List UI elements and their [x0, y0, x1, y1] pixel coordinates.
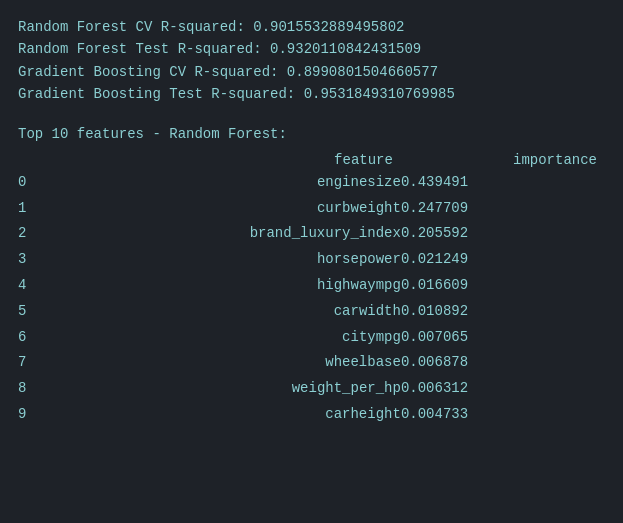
table-row: 7wheelbase0.006878 [18, 350, 605, 376]
row-feature: brand_luxury_index [46, 221, 401, 247]
index-header [18, 151, 46, 170]
row-importance: 0.006312 [401, 376, 605, 402]
section-title: Top 10 features - Random Forest: [18, 122, 605, 147]
row-index: 9 [18, 402, 46, 428]
row-importance: 0.439491 [401, 170, 605, 196]
table-row: 9carheight0.004733 [18, 402, 605, 428]
row-feature: carwidth [46, 299, 401, 325]
metric-line: Random Forest Test R-squared: 0.93201108… [18, 38, 605, 60]
features-section: Top 10 features - Random Forest: feature… [18, 122, 605, 428]
row-importance: 0.247709 [401, 196, 605, 222]
row-importance: 0.021249 [401, 247, 605, 273]
row-feature: citympg [46, 325, 401, 351]
table-row: 0enginesize0.439491 [18, 170, 605, 196]
row-importance: 0.004733 [401, 402, 605, 428]
row-index: 1 [18, 196, 46, 222]
features-table: feature importance 0enginesize0.4394911c… [18, 151, 605, 428]
row-index: 2 [18, 221, 46, 247]
row-feature: horsepower [46, 247, 401, 273]
row-importance: 0.205592 [401, 221, 605, 247]
row-feature: enginesize [46, 170, 401, 196]
row-feature: highwaympg [46, 273, 401, 299]
row-index: 7 [18, 350, 46, 376]
row-index: 4 [18, 273, 46, 299]
row-importance: 0.007065 [401, 325, 605, 351]
row-importance: 0.010892 [401, 299, 605, 325]
row-importance: 0.016609 [401, 273, 605, 299]
row-index: 3 [18, 247, 46, 273]
table-row: 2brand_luxury_index0.205592 [18, 221, 605, 247]
metrics-section: Random Forest CV R-squared: 0.9015532889… [18, 16, 605, 106]
table-row: 4highwaympg0.016609 [18, 273, 605, 299]
feature-header: feature [46, 151, 401, 170]
row-feature: wheelbase [46, 350, 401, 376]
row-feature: weight_per_hp [46, 376, 401, 402]
row-index: 0 [18, 170, 46, 196]
row-feature: curbweight [46, 196, 401, 222]
row-index: 6 [18, 325, 46, 351]
metric-line: Gradient Boosting CV R-squared: 0.899080… [18, 61, 605, 83]
metric-line: Random Forest CV R-squared: 0.9015532889… [18, 16, 605, 38]
table-row: 6citympg0.007065 [18, 325, 605, 351]
table-header-row: feature importance [18, 151, 605, 170]
row-index: 8 [18, 376, 46, 402]
row-index: 5 [18, 299, 46, 325]
row-feature: carheight [46, 402, 401, 428]
table-row: 1curbweight0.247709 [18, 196, 605, 222]
table-row: 3horsepower0.021249 [18, 247, 605, 273]
table-row: 8weight_per_hp0.006312 [18, 376, 605, 402]
importance-header: importance [401, 151, 605, 170]
metric-line: Gradient Boosting Test R-squared: 0.9531… [18, 83, 605, 105]
row-importance: 0.006878 [401, 350, 605, 376]
table-row: 5carwidth0.010892 [18, 299, 605, 325]
